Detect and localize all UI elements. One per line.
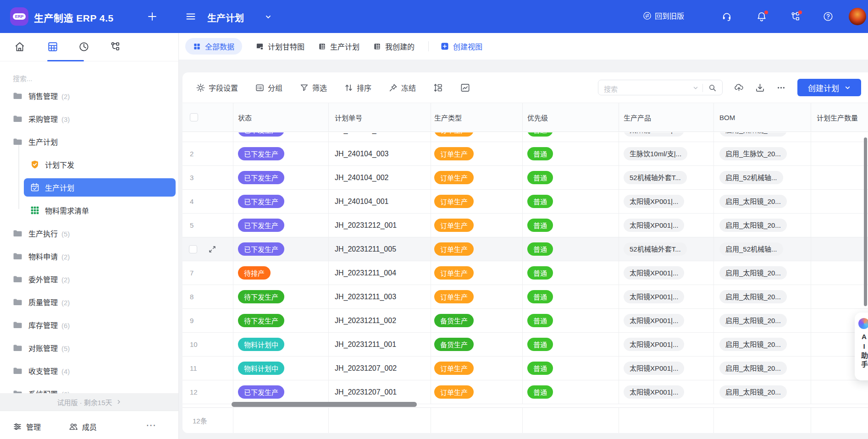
sidebar-item-计划下发[interactable]: 计划下发 <box>0 153 178 176</box>
cell-plan-no: JH_20231211_003 <box>329 285 431 308</box>
workspace-title[interactable]: 生产计划 <box>207 11 244 24</box>
export-button[interactable] <box>755 83 765 93</box>
sidebar-item-对账管理[interactable]: 对账管理(5) <box>0 336 178 359</box>
back-to-old-version-button[interactable]: 回到旧版 <box>643 10 684 21</box>
sidebar-item-收支管理[interactable]: 收支管理(4) <box>0 359 178 382</box>
app-logo[interactable]: ERP <box>10 7 28 26</box>
manage-button[interactable]: 管理 <box>13 421 41 432</box>
sidebar-item-库存管理[interactable]: 库存管理(6) <box>0 313 178 336</box>
table-row[interactable]: 2已下发生产JH_240104_003订单生产普通生脉饮10ml/支|...启用… <box>182 142 868 166</box>
sidebar-item-委外管理[interactable]: 委外管理(2) <box>0 268 178 291</box>
sidebar-item-系统配置[interactable]: 系统配置(6) <box>0 382 178 393</box>
product-pill: 太阳镜XP001|... <box>624 362 684 375</box>
import-button[interactable] <box>734 83 744 93</box>
table-row[interactable]: 12已下发生产JH_20231207_001订单生产普通太阳镜XP001|...… <box>182 380 868 404</box>
sidebar-item-count: (2) <box>61 299 70 307</box>
plus-icon <box>147 11 158 22</box>
table-row[interactable]: 8待下发生产JH_20231211_003订单生产普通太阳镜XP001|...启… <box>182 285 868 309</box>
tab-生产计划[interactable]: 生产计划 <box>318 41 359 52</box>
sidebar-item-物料需求清单[interactable]: 物料需求清单 <box>0 199 178 222</box>
home-tab[interactable] <box>14 41 25 52</box>
folder-icon <box>13 252 22 260</box>
table-row[interactable]: 5已下发生产JH_20231212_001订单生产普通太阳镜XP001|...启… <box>182 214 868 237</box>
product-pill: 太阳镜XP001|... <box>624 385 684 399</box>
冻结-button[interactable]: 冻结 <box>389 82 416 93</box>
tables-tab[interactable] <box>47 41 58 52</box>
cell-type: 订单生产 <box>431 357 523 380</box>
priority-badge: 普通 <box>527 385 553 399</box>
sidebar-more-button[interactable]: ⋯ <box>146 419 156 431</box>
row-number: 9 <box>182 317 194 324</box>
table-row[interactable]: 4已下发生产JH_240104_001订单生产普通太阳镜XP001|...启用_… <box>182 190 868 214</box>
table-row[interactable]: 3已下发生产JH_240104_002订单生产普通52机械轴外套T...启用_5… <box>182 166 868 190</box>
sidebar-item-label: 生产计划 <box>45 182 74 193</box>
create-plan-button[interactable]: 创建计划 <box>797 79 861 96</box>
tab-全部数据[interactable]: 全部数据 <box>185 38 242 55</box>
footer-cell <box>329 408 431 433</box>
cell-bom: 启用_太阳镜_20... <box>714 309 811 332</box>
cell-plan-no: JH_240104_001 <box>329 190 431 213</box>
horizontal-scrollbar[interactable] <box>232 402 417 407</box>
筛选-button[interactable]: 筛选 <box>300 82 327 93</box>
sidebar-item-销售管理[interactable]: 销售管理(2) <box>0 84 178 107</box>
cell-product: 太阳镜XP001|... <box>619 357 714 380</box>
select-all-checkbox[interactable] <box>190 113 198 121</box>
sidebar-item-生产计划[interactable]: 生产计划 <box>0 130 178 153</box>
bom-pill: 启用_太阳镜_20... <box>719 266 787 280</box>
sidebar-item-count: (5) <box>61 345 70 352</box>
user-avatar[interactable] <box>849 8 866 25</box>
chart-button[interactable] <box>460 83 470 93</box>
create-view-button[interactable]: 创建视图 <box>441 41 482 52</box>
sidebar-item-生产计划[interactable]: 生产计划 <box>0 176 178 199</box>
cell-plan-no: JH_20231211_002 <box>329 309 431 332</box>
workflow-tab[interactable] <box>110 41 121 52</box>
table-row[interactable]: 7待排产JH_20231211_004订单生产普通太阳镜XP001|...启用_… <box>182 261 868 285</box>
help-button[interactable] <box>823 11 833 22</box>
table-row[interactable]: 已下发生产JH_20231211_005订单生产普通52机械轴外套T...启用_… <box>182 237 868 261</box>
cell-product: 太阳镜XP001|... <box>619 190 714 213</box>
status-badge: 已下发生产 <box>238 171 284 184</box>
cell-index: 5 <box>182 214 233 237</box>
table-row[interactable]: 11物料计划中JH_20231207_002订单生产普通太阳镜XP001|...… <box>182 357 868 380</box>
hamburger-icon <box>185 11 196 22</box>
tab-计划甘特图[interactable]: 计划甘特图 <box>256 41 304 52</box>
sidebar-item-质量管理[interactable]: 质量管理(2) <box>0 291 178 313</box>
table-row[interactable]: 1已下发生产JH_240108_001订单生产普通太阳镜XP001|...启用_… <box>182 132 868 142</box>
sidebar-item-label: 质量管理(2) <box>28 296 70 307</box>
status-badge: 已下发生产 <box>238 219 284 232</box>
trial-banner[interactable]: 试用版 · 剩余15天 <box>0 393 178 411</box>
sidebar-item-采购管理[interactable]: 采购管理(3) <box>0 107 178 130</box>
chevron-down-icon <box>265 14 271 20</box>
分组-button[interactable]: 分组 <box>255 82 282 93</box>
priority-badge: 普通 <box>527 147 553 160</box>
table-toolbar: 字段设置分组筛选排序冻结 搜索 创建计划 <box>182 72 868 103</box>
table-search-input[interactable]: 搜索 <box>598 80 723 95</box>
workspace-chevron[interactable] <box>265 14 271 20</box>
cell-status: 待下发生产 <box>233 285 329 308</box>
table-row[interactable]: 9待下发生产JH_20231211_002备货生产普通太阳镜XP001|...启… <box>182 309 868 333</box>
notifications-button[interactable] <box>757 11 767 22</box>
cell-plan-qty <box>811 142 868 165</box>
priority-badge: 普通 <box>527 362 553 375</box>
table-header-row: 状态计划单号生产类型优先级生产产品BOM计划生产数量 <box>182 103 868 132</box>
cell-product: 太阳镜XP001|... <box>619 261 714 285</box>
ai-assistant-widget[interactable]: AI助手 <box>855 313 868 380</box>
vertical-scrollbar[interactable] <box>864 137 867 306</box>
folder-icon <box>13 321 22 329</box>
row-height-button[interactable] <box>433 83 443 93</box>
menu-toggle-button[interactable] <box>185 11 196 22</box>
sidebar-item-物料申请[interactable]: 物料申请(2) <box>0 245 178 268</box>
recent-tab[interactable] <box>78 41 89 52</box>
members-button[interactable]: 成员 <box>69 421 97 432</box>
more-actions-button[interactable] <box>776 83 786 93</box>
org-invite-button[interactable] <box>791 11 801 22</box>
sidebar-item-生产执行[interactable]: 生产执行(5) <box>0 222 178 245</box>
排序-button[interactable]: 排序 <box>344 82 371 93</box>
support-button[interactable] <box>722 11 732 22</box>
row-checkbox[interactable] <box>189 245 197 253</box>
sidebar-search-input[interactable]: 搜索... <box>13 73 33 83</box>
字段设置-button[interactable]: 字段设置 <box>196 82 238 93</box>
tab-我创建的[interactable]: 我创建的 <box>373 41 415 52</box>
table-row[interactable]: 10物料计划中JH_20231211_001备货生产普通太阳镜XP001|...… <box>182 333 868 357</box>
add-app-button[interactable] <box>147 11 158 22</box>
